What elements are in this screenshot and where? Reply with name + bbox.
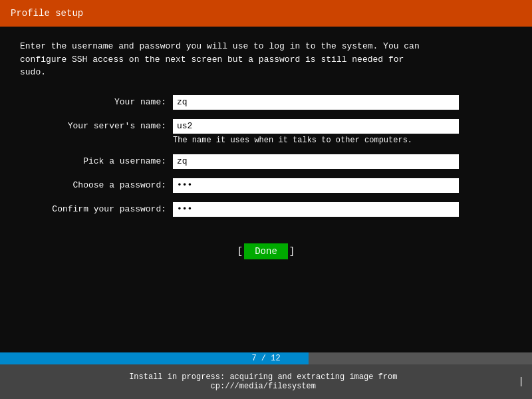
desc-line1: Enter the username and password you will… xyxy=(20,41,420,51)
server-name-input[interactable] xyxy=(173,119,459,134)
progress-bar-container: 7 / 12 xyxy=(0,352,532,364)
status-text: Install in progress: acquiring and extra… xyxy=(8,372,519,391)
footer: 7 / 12 Install in progress: acquiring an… xyxy=(0,352,532,399)
done-bracket-right: ] xyxy=(289,246,295,257)
status-line1: Install in progress: acquiring and extra… xyxy=(129,372,397,382)
your-name-field-group xyxy=(173,95,512,110)
confirm-password-input[interactable] xyxy=(173,202,459,217)
username-row: Pick a username: xyxy=(20,154,512,169)
confirm-password-field-group xyxy=(173,202,512,217)
username-field-group xyxy=(173,154,512,169)
password-label: Choose a password: xyxy=(20,178,173,190)
username-label: Pick a username: xyxy=(20,154,173,166)
status-line2: cp:///media/filesystem xyxy=(211,382,316,391)
password-row: Choose a password: xyxy=(20,178,512,193)
desc-line2: configure SSH access on the next screen … xyxy=(20,55,404,65)
done-bracket-left: [ xyxy=(237,246,243,257)
server-name-label: Your server's name: xyxy=(20,119,173,131)
desc-line3: sudo. xyxy=(20,67,46,77)
server-name-field-group: The name it uses when it talks to other … xyxy=(173,119,512,145)
your-name-input[interactable] xyxy=(173,95,459,110)
progress-text: 7 / 12 xyxy=(251,354,280,363)
server-name-hint: The name it uses when it talks to other … xyxy=(173,136,512,145)
your-name-row: Your name: xyxy=(20,95,512,110)
confirm-password-row: Confirm your password: xyxy=(20,202,512,217)
status-pipe: | xyxy=(519,376,524,387)
main-content: Enter the username and password you will… xyxy=(0,27,532,352)
password-input[interactable] xyxy=(173,178,459,193)
confirm-password-label: Confirm your password: xyxy=(20,202,173,214)
password-field-group xyxy=(173,178,512,193)
done-button-wrapper: [ Done ] xyxy=(237,243,295,259)
status-bar: Install in progress: acquiring and extra… xyxy=(0,364,532,399)
page-title: Profile setup xyxy=(11,8,83,19)
description-text: Enter the username and password you will… xyxy=(20,40,512,79)
done-button-area: [ Done ] xyxy=(20,243,512,259)
username-input[interactable] xyxy=(173,154,459,169)
server-name-row: Your server's name: The name it uses whe… xyxy=(20,119,512,145)
header-bar: Profile setup xyxy=(0,0,532,27)
your-name-label: Your name: xyxy=(20,95,173,107)
done-button[interactable]: Done xyxy=(244,243,288,259)
